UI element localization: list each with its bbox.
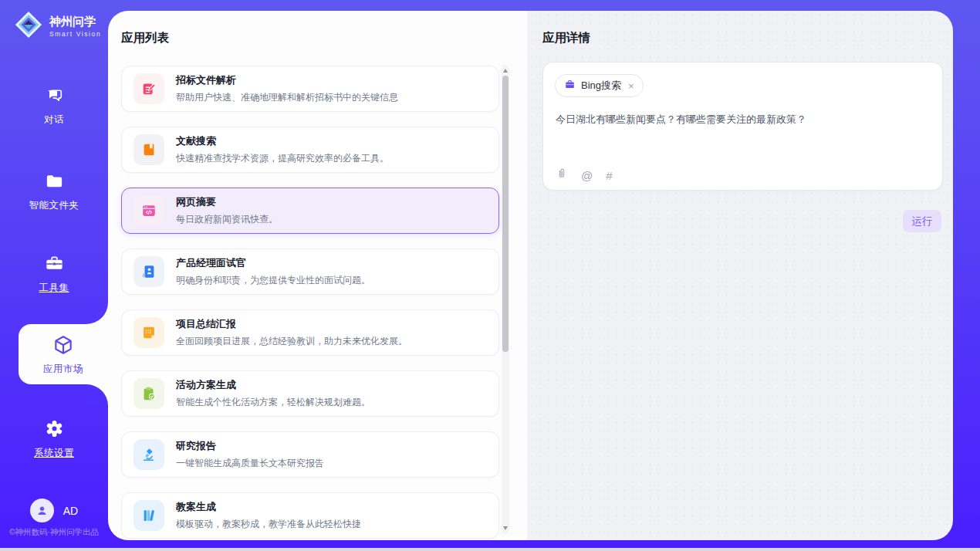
user-account[interactable]: AD <box>0 499 108 522</box>
sidebar-item-label: 智能文件夹 <box>29 199 79 212</box>
sidebar-item-label: 系统设置 <box>34 447 74 460</box>
app-card-title: 招标文件解析 <box>176 73 398 87</box>
app-card-title: 文献搜索 <box>176 134 389 148</box>
brand-logo: 神州问学 Smart Vision <box>14 10 101 42</box>
brand-diamond-icon <box>14 10 43 42</box>
app-card-list: 招标文件解析 帮助用户快速、准确地理解和解析招标书中的关键信息 文献搜索 快速精… <box>121 66 499 540</box>
active-tab-curve-top <box>86 303 108 324</box>
sidebar-item-label: 工具集 <box>39 282 69 295</box>
app-card-lesson-plan[interactable]: 教案生成 模板驱动，教案秒成，教学准备从此轻松快捷 <box>121 492 499 539</box>
app-card-desc: 快速精准查找学术资源，提高研究效率的必备工具。 <box>176 152 389 165</box>
app-card-desc: 一键智能生成高质量长文本研究报告 <box>176 457 324 470</box>
brand-subtitle: Smart Vision <box>49 30 101 38</box>
sidebar-item-app-market[interactable]: 应用市场 <box>19 324 108 384</box>
app-card-title: 产品经理面试官 <box>176 256 370 270</box>
list-scrollbar[interactable] <box>502 65 509 534</box>
bottom-edge-strip <box>0 548 980 551</box>
hashtag-icon[interactable]: # <box>606 169 612 182</box>
tool-tag-label: Bing搜索 <box>581 79 621 93</box>
brand-name: 神州问学 <box>49 15 101 28</box>
avatar <box>30 499 54 522</box>
active-tab-curve-bottom <box>86 384 108 406</box>
app-list-panel: 应用列表 招标文件解析 帮助用户快速、准确地理解和解析招标书中的关键信息 <box>108 11 527 540</box>
sidebar-item-smart-folder[interactable]: 智能文件夹 <box>0 171 108 212</box>
cube-icon <box>52 333 75 360</box>
paperclip-icon[interactable] <box>556 167 568 183</box>
app-card-desc: 每日政府新闻资讯快查。 <box>176 213 278 226</box>
sidebar-item-chat[interactable]: 对话 <box>0 85 108 127</box>
person-icon <box>35 503 49 518</box>
app-card-title: 教案生成 <box>176 500 361 514</box>
app-card-event-plan[interactable]: 活动方案生成 智能生成个性化活动方案，轻松解决规划难题。 <box>121 370 499 417</box>
microscope-icon <box>133 439 164 470</box>
prompt-input-card[interactable]: Bing搜索 × 今日湖北有哪些新闻要点？有哪些需要关注的最新政策？ @ # <box>542 62 943 191</box>
app-card-desc: 模板驱动，教案秒成，教学准备从此轻松快捷 <box>176 518 361 531</box>
app-detail-panel: 应用详情 Bing搜索 × 今日湖北有哪些新闻要点？有哪些需要关注的最新政策？ <box>527 11 953 540</box>
app-card-pm-interviewer[interactable]: 产品经理面试官 明确身份和职责，为您提供专业性的面试问题。 <box>121 248 499 295</box>
run-button[interactable]: 运行 <box>903 210 941 232</box>
briefcase-icon <box>564 79 576 93</box>
resume-icon <box>133 256 164 287</box>
tool-tag-bing-search[interactable]: Bing搜索 × <box>555 74 644 97</box>
app-list-title: 应用列表 <box>121 30 169 46</box>
sidebar: 神州问学 Smart Vision 对话 智能文件夹 <box>0 0 108 548</box>
app-card-desc: 智能生成个性化活动方案，轻松解决规划难题。 <box>176 396 370 409</box>
browser-code-icon <box>133 195 164 226</box>
books-icon <box>133 500 164 531</box>
sidebar-item-label: 应用市场 <box>43 363 83 376</box>
note-icon <box>133 317 164 348</box>
main-container: 应用列表 招标文件解析 帮助用户快速、准确地理解和解析招标书中的关键信息 <box>108 11 953 540</box>
doc-edit-icon <box>133 73 164 104</box>
app-card-desc: 帮助用户快速、准确地理解和解析招标书中的关键信息 <box>176 91 398 104</box>
app-card-title: 项目总结汇报 <box>176 317 407 331</box>
copyright-text: ©神州数码·神州问学出品 <box>0 527 108 538</box>
app-card-literature-search[interactable]: 文献搜索 快速精准查找学术资源，提高研究效率的必备工具。 <box>121 127 499 173</box>
app-card-desc: 全面回顾项目进展，总结经验教训，助力未来优化发展。 <box>176 335 407 348</box>
input-toolbar: @ # <box>556 167 613 183</box>
app-card-title: 研究报告 <box>176 439 324 453</box>
scrollbar-thumb[interactable] <box>502 76 509 352</box>
user-initials: AD <box>63 505 78 517</box>
app-card-research-report[interactable]: 研究报告 一键智能生成高质量长文本研究报告 <box>121 431 499 478</box>
sidebar-item-label: 对话 <box>44 113 64 127</box>
prompt-input[interactable]: 今日湖北有哪些新闻要点？有哪些需要关注的最新政策？ <box>556 112 930 127</box>
gear-icon <box>44 418 65 442</box>
sidebar-item-toolset[interactable]: 工具集 <box>0 253 108 295</box>
book-icon <box>133 134 164 165</box>
clipboard-check-icon <box>133 378 164 409</box>
app-card-desc: 明确身份和职责，为您提供专业性的面试问题。 <box>176 274 370 287</box>
app-card-title: 活动方案生成 <box>176 378 370 392</box>
toolbox-icon <box>44 253 65 277</box>
app-detail-title: 应用详情 <box>542 30 590 46</box>
app-card-project-summary[interactable]: 项目总结汇报 全面回顾项目进展，总结经验教训，助力未来优化发展。 <box>121 309 499 356</box>
scroll-up-icon[interactable] <box>503 69 508 73</box>
app-card-title: 网页摘要 <box>176 195 278 209</box>
scroll-down-icon[interactable] <box>503 526 508 530</box>
sidebar-item-settings[interactable]: 系统设置 <box>0 418 108 460</box>
mention-icon[interactable]: @ <box>581 169 593 182</box>
tag-close-icon[interactable]: × <box>628 80 634 92</box>
app-card-web-summary[interactable]: 网页摘要 每日政府新闻资讯快查。 <box>121 188 499 234</box>
app-card-bid-doc-parse[interactable]: 招标文件解析 帮助用户快速、准确地理解和解析招标书中的关键信息 <box>121 66 499 112</box>
folder-icon <box>44 171 65 194</box>
chat-icon <box>44 85 65 109</box>
